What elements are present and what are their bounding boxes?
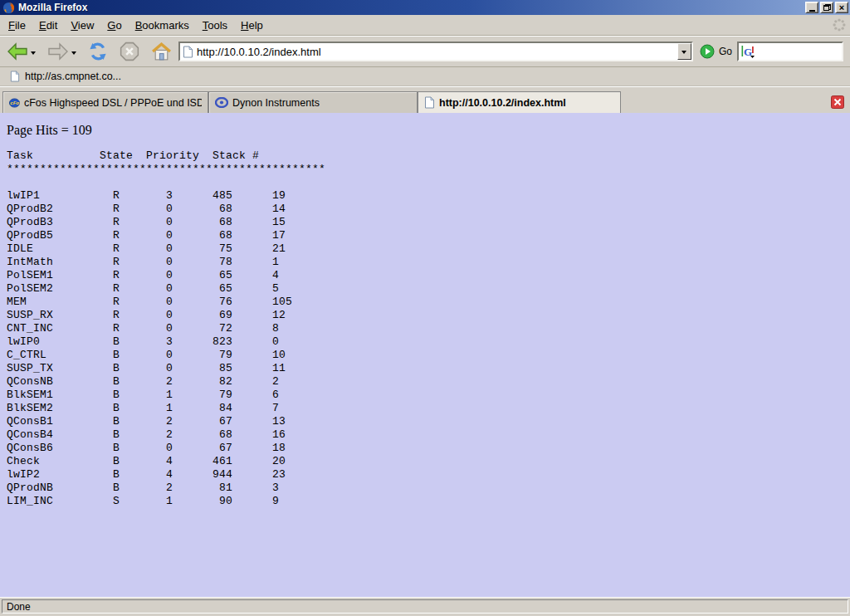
- close-icon: ×: [839, 3, 844, 12]
- tab-strip-filler: [621, 91, 828, 113]
- menu-go[interactable]: Go: [100, 17, 128, 34]
- task-table: Task State Priority Stack # ************…: [7, 149, 850, 508]
- page-hits-text: Page Hits = 109: [7, 123, 850, 138]
- window-title: Mozilla Firefox: [18, 2, 804, 13]
- navigation-toolbar: Go G: [0, 36, 850, 67]
- menu-tools[interactable]: Tools: [196, 17, 234, 34]
- cfos-icon: cFos: [9, 97, 20, 109]
- address-dropdown-button[interactable]: [677, 43, 691, 60]
- title-bar[interactable]: Mozilla Firefox ×: [0, 0, 850, 15]
- back-button[interactable]: [5, 41, 30, 62]
- reload-button[interactable]: [86, 40, 110, 63]
- go-button[interactable]: Go: [700, 44, 732, 59]
- status-text: Done: [2, 599, 848, 614]
- bookmark-item[interactable]: http://as.cmpnet.co...: [7, 69, 125, 84]
- search-box: G: [737, 42, 843, 61]
- back-icon: [7, 42, 28, 61]
- status-bar: Done: [0, 597, 850, 616]
- tab-label: Dynon Instruments: [232, 97, 320, 109]
- restore-button[interactable]: [820, 2, 833, 13]
- minimize-icon: [809, 10, 815, 12]
- close-tab-button[interactable]: [831, 95, 844, 109]
- forward-icon: [47, 42, 69, 61]
- address-input[interactable]: [197, 44, 677, 59]
- page-content: Page Hits = 109 Task State Priority Stac…: [0, 113, 850, 597]
- page-icon: [424, 96, 435, 109]
- close-button[interactable]: ×: [835, 2, 848, 13]
- menu-file[interactable]: File: [2, 17, 32, 34]
- chevron-down-icon: [681, 51, 686, 56]
- page-icon: [10, 71, 20, 82]
- forward-button[interactable]: [46, 41, 71, 62]
- browser-window: Mozilla Firefox × File Edit View Go Book…: [0, 0, 850, 616]
- menu-view[interactable]: View: [64, 17, 100, 34]
- search-engine-icon[interactable]: G: [741, 45, 755, 58]
- stop-button[interactable]: [118, 40, 141, 63]
- tab-label: http://10.0.10.2/index.html: [439, 97, 566, 109]
- tab-label: cFos Highspeed DSL / PPPoE und ISDN CAP.…: [24, 97, 202, 109]
- dynon-icon: [215, 97, 228, 108]
- menu-bar: File Edit View Go Bookmarks Tools Help: [0, 15, 850, 36]
- go-label[interactable]: Go: [719, 46, 732, 57]
- firefox-icon: [2, 2, 15, 14]
- back-dropdown-icon[interactable]: [31, 51, 36, 57]
- svg-text:cFos: cFos: [10, 100, 20, 105]
- tab-cfos[interactable]: cFos cFos Highspeed DSL / PPPoE und ISDN…: [2, 91, 208, 113]
- bookmark-label: http://as.cmpnet.co...: [25, 71, 121, 82]
- menu-bookmarks[interactable]: Bookmarks: [129, 17, 196, 34]
- search-input[interactable]: [755, 46, 842, 58]
- tab-bar: cFos cFos Highspeed DSL / PPPoE und ISDN…: [0, 86, 850, 113]
- page-icon: [183, 46, 193, 58]
- restore-icon: [823, 4, 831, 11]
- home-icon: [151, 42, 172, 61]
- tab-active-index-page[interactable]: http://10.0.10.2/index.html: [418, 91, 621, 113]
- go-icon: [700, 44, 715, 59]
- address-bar: [178, 42, 693, 61]
- reload-icon: [88, 42, 108, 61]
- menu-help[interactable]: Help: [234, 17, 270, 34]
- bookmarks-toolbar: http://as.cmpnet.co...: [0, 67, 850, 86]
- minimize-button[interactable]: [805, 2, 818, 13]
- forward-dropdown-icon[interactable]: [71, 51, 76, 57]
- throbber-icon: [832, 17, 847, 32]
- home-button[interactable]: [149, 41, 173, 63]
- tab-dynon[interactable]: Dynon Instruments: [208, 91, 418, 113]
- menu-edit[interactable]: Edit: [32, 17, 64, 34]
- stop-icon: [120, 42, 139, 61]
